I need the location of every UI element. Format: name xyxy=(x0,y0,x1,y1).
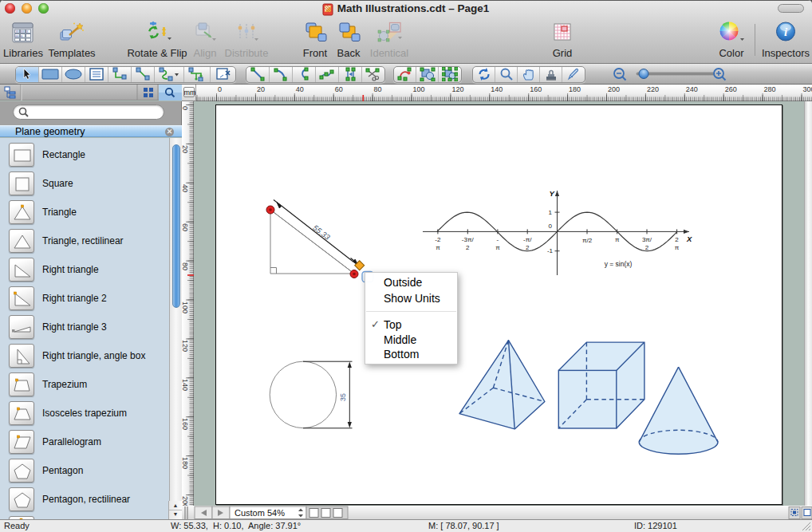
svg-text:π: π xyxy=(675,244,680,251)
svg-text:-2: -2 xyxy=(435,236,441,243)
svg-text:-3π/: -3π/ xyxy=(462,236,475,243)
svg-text:π: π xyxy=(495,244,500,251)
svg-text:88: 88 xyxy=(15,34,19,38)
svg-text:X: X xyxy=(686,234,692,243)
svg-text:-: - xyxy=(497,236,499,243)
svg-text:Y: Y xyxy=(550,189,556,198)
svg-text:π: π xyxy=(436,244,440,251)
svg-text:y = sin(x): y = sin(x) xyxy=(605,260,633,268)
svg-text:1: 1 xyxy=(549,209,553,216)
svg-text:55.33: 55.33 xyxy=(311,223,332,242)
svg-text:2: 2 xyxy=(526,244,530,251)
svg-text:2: 2 xyxy=(645,244,649,251)
svg-text:88: 88 xyxy=(21,30,25,33)
svg-text:-π/: -π/ xyxy=(523,236,532,243)
svg-text:2: 2 xyxy=(466,244,470,251)
svg-text:2: 2 xyxy=(675,236,679,243)
svg-text:35: 35 xyxy=(339,393,347,401)
svg-text:38: 38 xyxy=(15,30,19,33)
svg-text:3π/: 3π/ xyxy=(642,236,652,243)
svg-text:0: 0 xyxy=(549,223,553,230)
svg-text:π: π xyxy=(615,236,620,243)
svg-text:-1: -1 xyxy=(547,247,554,254)
svg-text:π/2: π/2 xyxy=(582,237,593,244)
svg-text:Custom 54%: Custom 54% xyxy=(235,508,285,518)
